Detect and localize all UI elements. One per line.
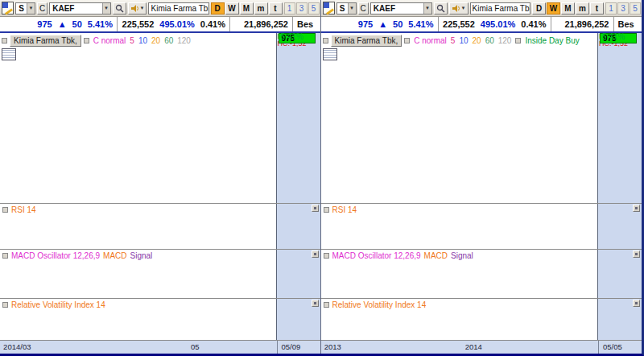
legend-ma120: 120 (498, 36, 512, 45)
symbol-combo[interactable]: KAEF ▼ (370, 2, 432, 14)
window-icon[interactable] (2, 38, 7, 43)
minimize-icon[interactable] (312, 250, 319, 258)
bars-button-1[interactable]: 1 (284, 2, 295, 14)
series-style-value: S (337, 4, 348, 13)
symbol-combo[interactable]: KAEF ▼ (49, 2, 110, 14)
macd-plot[interactable]: MACD Oscillator 12,26,9 MACD Signal (0, 250, 276, 298)
chart-tab[interactable]: Kimia Farma Tbk, (331, 35, 402, 47)
period-button-W[interactable]: W (225, 2, 239, 14)
x-axis-label: 2014 (465, 342, 482, 351)
chart-stack: Kimia Farma Tbk, C normal 5 10 20 60 120… (321, 33, 642, 354)
bars-button-1[interactable]: 1 (605, 2, 617, 14)
period-buttons: DWMmt (211, 2, 283, 14)
volume: 21,896,252 (244, 19, 288, 29)
traded-value: 225,552 (443, 19, 475, 29)
rsi-label: RSI 14 (11, 205, 36, 214)
price-plot[interactable]: Kimia Farma Tbk, C normal 5 10 20 60 120… (321, 33, 598, 203)
window-icon[interactable] (324, 253, 329, 259)
rvi-axis[interactable] (276, 299, 320, 340)
period-button-M[interactable]: M (561, 2, 575, 14)
chart-type-button[interactable]: C (37, 2, 47, 14)
price-axis[interactable]: LC:132,14 HC:-1,52 975 5,41% (597, 33, 642, 203)
period-button-D[interactable]: D (532, 2, 546, 14)
draw-tool-icon[interactable] (323, 2, 335, 14)
window-icon[interactable] (2, 302, 8, 308)
series-style-select[interactable]: S ▼ (336, 2, 357, 14)
legend-price: C normal (414, 36, 447, 45)
bars-button-5[interactable]: 5 (308, 2, 320, 14)
bars-button-5[interactable]: 5 (630, 2, 641, 14)
sound-alert-icon[interactable]: ▼ (449, 2, 469, 14)
period-button-m[interactable]: m (254, 2, 268, 14)
chart-stack: Kimia Farma Tbk, C normal 5 10 20 60 120 (0, 33, 320, 354)
series-style-select[interactable]: S ▼ (15, 2, 35, 14)
rsi-plot[interactable]: RSI 14 (0, 204, 276, 249)
period-button-D[interactable]: D (211, 2, 225, 14)
price-axis[interactable]: LC:17,47 HC:-1,52 975 5,41% (276, 33, 320, 203)
chevron-down-icon: ▼ (348, 3, 356, 14)
rsi-row: RSI 14 (321, 203, 642, 249)
macd-axis[interactable] (597, 250, 642, 298)
rvi-plot[interactable]: Relative Volatility Index 14 (321, 299, 598, 340)
best-label: Bes (297, 19, 313, 29)
period-button-t[interactable]: t (269, 2, 283, 14)
price-plot[interactable]: Kimia Farma Tbk, C normal 5 10 20 60 120 (0, 33, 276, 203)
chevron-down-icon: ▼ (27, 3, 35, 14)
rsi-axis[interactable] (597, 204, 642, 249)
rvi-axis[interactable] (597, 299, 642, 340)
ma-legend: C normal 5 10 20 60 120 Inside Day Buy (404, 36, 579, 45)
window-icon[interactable] (84, 38, 89, 43)
minimize-icon[interactable] (633, 205, 640, 212)
last-date-label: 05/09 (277, 341, 320, 354)
grid-tool-icon[interactable] (2, 48, 16, 60)
legend-price: C normal (93, 36, 126, 45)
minimize-icon[interactable] (312, 300, 319, 307)
sound-alert-icon[interactable]: ▼ (128, 2, 147, 14)
window-icon[interactable] (515, 38, 521, 43)
period-button-M[interactable]: M (240, 2, 254, 14)
search-icon[interactable] (434, 2, 448, 14)
last-price: 975 (358, 19, 373, 29)
time-axis[interactable]: 2014/0305 05/09 (0, 340, 320, 354)
price-chart-row: Kimia Farma Tbk, C normal 5 10 20 60 120 (0, 33, 320, 203)
draw-tool-icon[interactable] (2, 2, 14, 14)
value-pct2: 0.41% (521, 19, 546, 29)
chart-tab[interactable]: Kimia Farma Tbk, (10, 35, 81, 47)
period-button-m[interactable]: m (576, 2, 589, 14)
macd-axis[interactable] (276, 250, 320, 298)
minimize-icon[interactable] (633, 250, 640, 258)
time-axis[interactable]: 20132014 05/05 (321, 340, 642, 354)
bars-button-3[interactable]: 3 (617, 2, 629, 14)
minimize-icon[interactable] (633, 300, 640, 307)
charting-app: S ▼ C KAEF ▼ ▼ Kimia Farma Tbk DWMmt 135… (0, 0, 644, 356)
window-icon[interactable] (2, 253, 8, 259)
legend-ma60: 60 (485, 36, 494, 45)
bars-button-3[interactable]: 3 (296, 2, 308, 14)
period-button-W[interactable]: W (547, 2, 560, 14)
grid-tool-icon[interactable] (323, 48, 337, 60)
macd-plot[interactable]: MACD Oscillator 12,26,9 MACD Signal (321, 250, 598, 298)
period-button-t[interactable]: t (590, 2, 604, 14)
legend-ma5: 5 (130, 36, 134, 45)
symbol-name-field[interactable]: Kimia Farma Tbk (470, 2, 530, 14)
legend-ma5: 5 (451, 36, 456, 45)
last-price: 975 (37, 19, 52, 29)
chart-type-button[interactable]: C (358, 2, 369, 14)
x-axis-label: 05 (191, 342, 200, 351)
window-icon[interactable] (324, 302, 329, 308)
rsi-axis[interactable] (276, 204, 320, 249)
symbol-name-field[interactable]: Kimia Farma Tbk (148, 2, 208, 14)
window-icon[interactable] (323, 38, 328, 43)
symbol-value: KAEF (50, 4, 76, 13)
window-icon[interactable] (2, 207, 8, 213)
rsi-row: RSI 14 (0, 203, 320, 249)
rvi-plot[interactable]: Relative Volatility Index 14 (0, 299, 276, 340)
minimize-icon[interactable] (312, 205, 319, 212)
legend-ma60: 60 (164, 36, 173, 45)
chart-panel-daily: S ▼ C KAEF ▼ ▼ Kimia Farma Tbk DWMmt 135… (0, 0, 321, 354)
window-icon[interactable] (404, 38, 410, 43)
search-icon[interactable] (113, 2, 126, 14)
rvi-row: Relative Volatility Index 14 (321, 298, 642, 340)
window-icon[interactable] (324, 207, 329, 213)
rsi-plot[interactable]: RSI 14 (321, 204, 598, 249)
